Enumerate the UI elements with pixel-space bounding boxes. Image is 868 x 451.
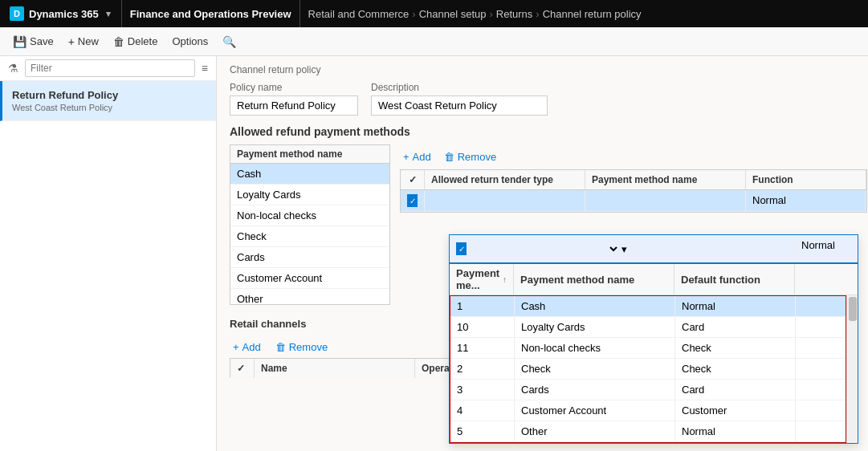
dynamics-icon: D [10,6,24,21]
dropdown-cell-fn-5: Customer [675,400,796,421]
channels-col-check: ✓ [230,359,255,378]
policy-name-input[interactable] [230,95,358,116]
grid-cell-check-0: ✓ [401,190,425,211]
new-icon: + [68,35,75,48]
breadcrumb-sep-3: › [536,8,539,20]
dropdown-cell-id-2: 11 [450,338,515,358]
channels-add-button[interactable]: + Add [230,339,264,355]
payment-list-container: Payment method name Cash Loyalty Cards N… [230,144,390,305]
app-title: Finance and Operations Preview [122,0,300,27]
dropdown-check-cell: ✓ [450,235,474,262]
dynamics-brand[interactable]: D Dynamics 365 ▾ [6,0,122,27]
add-remove-bar: + Add 🗑 Remove [400,144,867,169]
right-grid-area: + Add 🗑 Remove ✓ Allowed return tender t… [400,144,867,213]
sidebar-list: Return Refund Policy West Coast Return P… [0,81,216,451]
form-row: Policy name Description [230,82,855,116]
grid-header-check: ✓ [401,170,425,189]
dropdown-cell-name-2: Non-local checks [515,338,675,358]
dropdown-scrollbar[interactable] [846,295,858,443]
dropdown-cell-name-6: Other [515,421,675,441]
breadcrumb-item-4[interactable]: Channel return policy [543,8,642,20]
content-panel: Channel return policy Policy name Descri… [217,56,868,451]
breadcrumb-item-3[interactable]: Returns [496,8,533,20]
dropdown-row-3[interactable]: 2 Check Check [450,359,846,380]
main-area: ⚗ ≡ Return Refund Policy West Coast Retu… [0,56,868,451]
grid-row-0[interactable]: ✓ Normal [401,190,866,212]
filter-input[interactable] [25,59,195,77]
grid-header-row: ✓ Allowed return tender type Payment met… [401,170,866,190]
dropdown-cell-fn-4: Card [675,380,796,400]
brand-label: Dynamics 365 [29,8,99,20]
dropdown-row-4[interactable]: 3 Cards Card [450,380,846,400]
payment-list-item-1[interactable]: Loyalty Cards [230,185,389,205]
delete-button[interactable]: 🗑 Delete [107,32,165,51]
dropdown-cell-id-3: 2 [450,359,515,379]
dropdown-cell-fn-2: Check [675,338,796,358]
channels-add-label: Add [242,341,261,353]
options-label: Options [172,35,208,47]
breadcrumb-item-2[interactable]: Channel setup [419,8,487,20]
remove-button[interactable]: 🗑 Remove [441,149,499,165]
dropdown-cell-fn-6: Normal [675,421,796,441]
brand-chevron[interactable]: ▾ [106,9,111,19]
policy-name-field: Policy name [230,82,358,116]
dropdown-row-1[interactable]: 10 Loyalty Cards Card [450,317,846,338]
dropdown-list-header: Payment me... ↑ Payment method name Defa… [450,264,858,295]
policy-name-label: Policy name [230,82,358,93]
dropdown-col-name: Payment method name [514,264,674,295]
description-field: Description [371,82,548,116]
payment-list-item-0[interactable]: Cash [230,164,389,185]
grid-header-tender-type: Allowed return tender type [425,170,585,189]
dropdown-cell-fn-0: Normal [675,296,796,316]
grid-cell-tender-0 [425,190,585,211]
dropdown-row-0[interactable]: 1 Cash Normal [450,296,846,317]
dropdown-cell-id-0: 1 [450,296,515,316]
remove-label: Remove [458,151,496,163]
dropdown-row-6[interactable]: 5 Other Normal [450,421,846,442]
search-button[interactable]: 🔍 [216,32,242,51]
delete-label: Delete [128,35,158,47]
payment-list-item-2[interactable]: Non-local checks [230,205,389,226]
delete-icon: 🗑 [113,35,124,48]
channels-remove-button[interactable]: 🗑 Remove [272,339,331,355]
breadcrumb-item-1[interactable]: Retail and Commerce [308,8,410,20]
dropdown-function-cell: Normal [795,235,868,262]
filter-icon: ⚗ [5,60,22,76]
save-icon: 💾 [13,35,26,48]
payment-list-item-4[interactable]: Cards [230,247,389,268]
payment-list-item-3[interactable]: Check [230,226,389,247]
payment-list-header: Payment method name [230,145,389,164]
dropdown-col-function: Default function [674,264,795,295]
grid-cell-function-0: Normal [746,190,866,211]
channels-col-name: Name [255,359,415,378]
payment-list: Payment method name Cash Loyalty Cards N… [230,144,390,305]
description-input[interactable] [371,95,548,116]
save-button[interactable]: 💾 Save [6,32,60,51]
dropdown-row-2[interactable]: 11 Non-local checks Check [450,338,846,359]
section-header: Channel return policy [230,64,855,75]
sidebar-item-0[interactable]: Return Refund Policy West Coast Return P… [0,81,216,121]
channels-remove-icon: 🗑 [275,341,286,353]
dropdown-select-cell[interactable]: ▾ [474,235,634,262]
breadcrumb-sep-1: › [412,8,415,20]
dropdown-row-5[interactable]: 4 Customer Account Customer [450,400,846,421]
allowed-refund-title: Allowed refund payment methods [230,125,855,138]
dropdown-cell-fn-3: Check [675,359,796,379]
tender-type-select[interactable] [480,239,620,258]
new-button[interactable]: + New [62,32,105,51]
sort-icon: ↑ [503,275,507,284]
dropdown-cell-name-1: Loyalty Cards [515,317,675,337]
payment-list-item-6[interactable]: Other [230,289,389,305]
add-button[interactable]: + Add [400,149,434,165]
scrollbar-thumb [849,297,857,321]
payment-grid: ✓ Allowed return tender type Payment met… [400,169,867,213]
channels-remove-label: Remove [289,341,328,353]
dropdown-chevron-icon: ▾ [621,243,627,255]
channels-add-icon: + [233,341,239,353]
payment-list-item-5[interactable]: Customer Account [230,268,389,289]
grid-cell-payment-0 [585,190,746,211]
blue-checkmark: ✓ [407,194,418,207]
options-button[interactable]: Options [165,32,214,51]
dropdown-cell-id-1: 10 [450,317,515,337]
save-label: Save [30,35,54,47]
